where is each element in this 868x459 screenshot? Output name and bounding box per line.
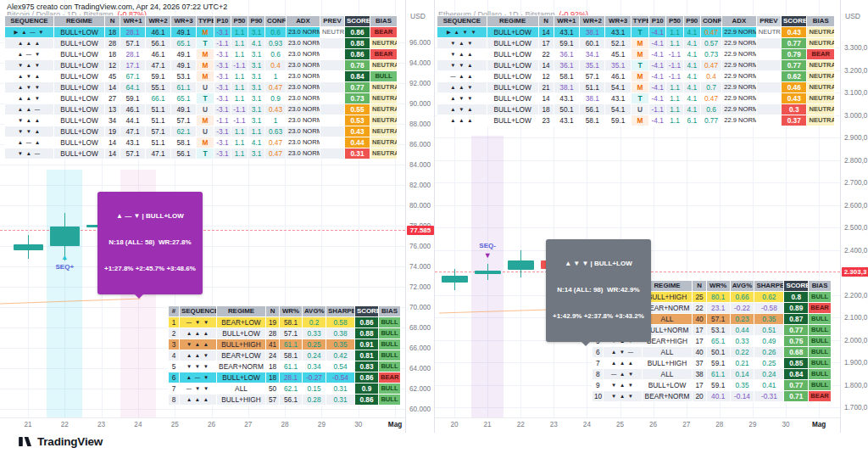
table-cell: 27 [105, 93, 120, 104]
table-cell: -4.1 [649, 93, 666, 104]
table-cell: BULL+LOW [54, 71, 105, 82]
price-tick-label: 2.700,0 [844, 179, 867, 187]
time-axis[interactable]: 21222324252627282930Mag [0, 417, 405, 433]
candle-body[interactable] [442, 276, 468, 283]
table-cell: -1.1 [214, 38, 231, 49]
table-cell: 0.43 [345, 126, 370, 137]
table-cell: NEUTRAL [370, 93, 398, 104]
time-tick-label: Mag [812, 421, 826, 428]
column-header: REGIME [54, 16, 105, 27]
candle-body[interactable] [475, 271, 501, 274]
table-cell: M [631, 82, 648, 93]
table-cell: 40 [693, 314, 706, 325]
table-cell: 0.62 [754, 292, 784, 303]
column-header: AVG% [730, 281, 754, 292]
table-cell: 19 [266, 317, 280, 328]
time-tick-label: 23 [97, 421, 105, 428]
attribution-title: Alex975 creato con TradingView.com, Apr … [7, 3, 227, 11]
table-row: ▲ ▼ ▲BULL+LOW4567.159.153.1M-3.11.13.112… [5, 71, 398, 82]
table-row: ▲ ▼ ▲BULL+LOW1850.156.154.1U-1.11.14.10.… [437, 104, 835, 115]
table-cell: BULL [379, 317, 401, 328]
table-cell: ALL [217, 383, 266, 395]
table-cell: 0.41 [754, 380, 784, 391]
table-cell: 23.0 NORM [287, 148, 320, 160]
candle-body[interactable] [508, 260, 534, 270]
time-tick-label: 20 [450, 421, 458, 428]
table-row: ▼ ▲ ▼BULL+LOW1217.147.149.1M-3.1-1.13.10… [5, 60, 398, 71]
table-cell: 0.9 [355, 383, 379, 395]
table-row: 1— ▼ ▼BEAR+LOW1958.10.20.580.86BULL [169, 317, 401, 328]
table-cell: 0.58 [326, 317, 355, 328]
table-cell: 28.1 [280, 372, 303, 383]
table-cell: ALL [642, 347, 693, 358]
table-cell: -0.27 [303, 372, 326, 383]
table-cell: 38.1 [554, 82, 579, 93]
table-cell: -0.31 [754, 391, 784, 402]
table-cell: 0.33 [303, 328, 326, 339]
table-cell: 22.9 NORM [722, 27, 757, 38]
table-cell: T [197, 148, 214, 160]
table-cell: 24 [266, 350, 280, 361]
table-cell: ▲ — ▼ [180, 372, 217, 383]
table-cell: 36.1 [554, 49, 579, 60]
price-tick-label: 2.900,0 [844, 134, 867, 142]
table-cell: NEUTRAL [370, 82, 398, 93]
table-cell: 1.1 [231, 49, 248, 60]
price-scale[interactable]: USD96.00094.00092.00090.00088.00086.0008… [405, 0, 434, 433]
tooltip-winrates: +1:27.8% +2:45.7% +3:48.6% [104, 265, 196, 273]
price-tick-label: 2.800,0 [844, 157, 867, 165]
table-cell: 58.1 [554, 71, 579, 82]
table-cell: 4.1 [683, 93, 700, 104]
table-cell: NEUTRAL [320, 27, 345, 38]
table-cell [756, 60, 781, 71]
column-header: SCORE [784, 281, 809, 292]
table-cell: M [197, 49, 214, 60]
table-cell: 0.38 [326, 328, 355, 339]
price-scale[interactable]: USD3.300,03.200,03.100,03.000,02.900,02.… [840, 0, 868, 433]
tradingview-logo[interactable]: TradingView [19, 435, 103, 448]
table-cell: 0.8 [784, 292, 809, 303]
column-header: REGIME [217, 306, 266, 317]
candle-body[interactable] [50, 227, 80, 246]
table-cell: 0.26 [754, 347, 784, 358]
table-cell: 3.1 [248, 71, 265, 82]
table-cell: BULL+LOW [487, 93, 538, 104]
table-cell: 3.1 [248, 27, 265, 38]
table-cell: 0.62 [782, 71, 807, 82]
column-header: BIAS [807, 16, 835, 27]
table-cell: 28 [105, 38, 120, 49]
price-tick-label: 94.000 [409, 59, 431, 67]
table-row: 5▼ ▼ ▼BEAR+NORM1861.10.340.540.83BULL [169, 361, 401, 372]
chart-panel-bitcoin: Bitcoin / Dollaro · 1D · Bitstamp (-0.87… [0, 0, 434, 433]
table-cell: ▼ ▲ ▼ [604, 391, 642, 402]
table-cell: 1.1 [248, 126, 265, 137]
table-cell: 65.1 [171, 93, 197, 104]
table-cell: 18 [105, 27, 120, 38]
table-cell: NEUTRAL [370, 115, 398, 126]
table-cell: 18 [105, 49, 120, 60]
table-cell: U [197, 126, 214, 137]
column-header: TYPE [631, 16, 648, 27]
table-cell: 51.1 [146, 137, 171, 148]
table-cell: 54.1 [605, 104, 631, 115]
table-cell: 49.1 [171, 27, 197, 38]
time-axis[interactable]: 2021222324252627282930Mag [435, 417, 840, 433]
table-row: ▼ ▲ ▼BULL+LOW1759.160.152.1M-4.11.14.10.… [437, 38, 835, 49]
table-cell [320, 148, 345, 160]
candle-body[interactable] [14, 244, 43, 250]
column-header: WR+3 [171, 16, 197, 27]
table-cell: 0.73 [345, 93, 370, 104]
table-cell: 23.0 NORM [287, 71, 320, 82]
table-cell: 61.1 [706, 369, 730, 380]
table-cell: 0.2 [303, 317, 326, 328]
table-cell: 67.1 [120, 71, 146, 82]
table-cell: ▼ ▼ ▼ [180, 361, 217, 372]
column-header: P50 [231, 16, 248, 27]
table-cell: 14 [105, 82, 120, 93]
sequence-marker-label: SEQ- [479, 242, 496, 249]
table-cell: BEAR [370, 49, 398, 60]
table-cell: 18 [538, 104, 554, 115]
table-cell: 55.1 [146, 82, 171, 93]
price-tick-label: 74.000 [409, 263, 431, 271]
table-cell: 46.1 [120, 104, 146, 115]
